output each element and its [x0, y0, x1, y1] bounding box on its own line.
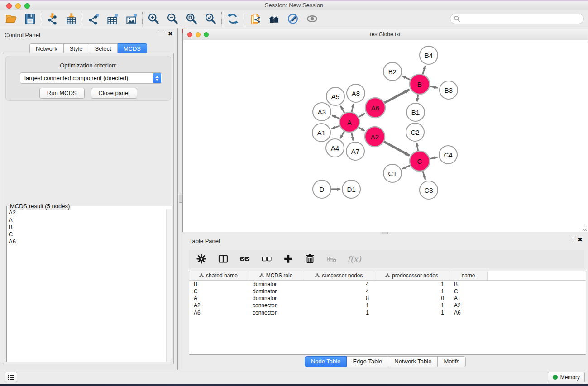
graph-edge-A-A4[interactable] — [340, 131, 344, 138]
mcds-result-list[interactable]: A2ABCA6 — [7, 209, 166, 362]
save-session-button[interactable] — [23, 12, 37, 26]
mcds-result-item[interactable]: B — [7, 224, 166, 231]
graph-node-A2[interactable]: A2 — [365, 127, 385, 147]
graph-edge-A2-C[interactable] — [384, 142, 409, 156]
mcds-result-item[interactable]: A — [7, 216, 166, 224]
graph-edge-A6-B[interactable] — [384, 90, 409, 103]
search-input[interactable] — [450, 14, 584, 24]
zoom-selected-button[interactable] — [203, 12, 218, 26]
graph-edge-B-B3[interactable] — [430, 86, 438, 88]
graph-node-C3[interactable]: C3 — [420, 181, 438, 199]
tab-node-table[interactable]: Node Table — [305, 356, 347, 367]
graph-node-A5[interactable]: A5 — [326, 87, 344, 105]
close-panel-button[interactable]: Close panel — [91, 88, 138, 99]
graph-edge-A-A2[interactable] — [359, 127, 364, 131]
column-header-predecessor-nodes[interactable]: predecessor nodes — [374, 271, 449, 280]
column-header-name[interactable]: name — [449, 271, 488, 280]
mcds-result-scrollbar[interactable] — [166, 209, 172, 362]
task-history-button[interactable] — [5, 372, 17, 382]
graph-node-A[interactable]: A — [339, 112, 359, 132]
float-panel-icon[interactable] — [159, 32, 163, 36]
table-row[interactable]: A2connector11A2 — [189, 302, 586, 309]
import-table-button[interactable] — [64, 12, 78, 26]
mcds-result-item[interactable]: C — [7, 231, 166, 238]
column-header-successor-nodes[interactable]: successor nodes — [304, 271, 374, 280]
graph-edge-B-B2[interactable] — [402, 76, 410, 80]
graph-edge-C-C1[interactable] — [402, 165, 410, 169]
panel-split-divider[interactable] — [177, 28, 178, 370]
add-column-button[interactable] — [282, 253, 295, 265]
graph-node-C2[interactable]: C2 — [406, 123, 424, 141]
import-network-button[interactable] — [45, 12, 59, 26]
delete-table-icon — [326, 253, 337, 264]
graph-edge-C-C3[interactable] — [423, 171, 425, 180]
graph-node-A6[interactable]: A6 — [365, 98, 385, 118]
graph-node-C1[interactable]: C1 — [383, 164, 402, 182]
graph-node-C[interactable]: C — [410, 151, 430, 171]
export-image-button[interactable] — [124, 12, 139, 26]
window-titlebar: Session: New Session — [0, 0, 588, 10]
graph-node-A8[interactable]: A8 — [347, 84, 365, 102]
column-header-shared-name[interactable]: shared name — [189, 271, 248, 280]
mcds-result-item[interactable]: A2 — [7, 209, 166, 216]
graph-node-B2[interactable]: B2 — [383, 62, 402, 81]
panel-split-grip[interactable] — [179, 195, 182, 203]
toggle-graphics-details-button[interactable] — [286, 12, 300, 26]
settings-button[interactable] — [195, 253, 208, 265]
graph-edge-A-A1[interactable] — [332, 126, 340, 129]
graph-edge-B-B1[interactable] — [417, 95, 418, 101]
zoom-in-button[interactable] — [146, 12, 161, 26]
run-mcds-button[interactable]: Run MCDS — [39, 88, 85, 99]
graph-node-D[interactable]: D — [313, 180, 331, 198]
graph-edge-A-A7[interactable] — [352, 133, 354, 141]
network-window-titlebar[interactable]: testGlobe.txt — [183, 29, 588, 40]
graph-edge-C-C2[interactable] — [417, 143, 418, 151]
graph-edge-A-A3[interactable] — [332, 115, 339, 118]
column-header-MCDS-role[interactable]: MCDS role — [248, 271, 304, 280]
graph-edge-A-A5[interactable] — [340, 106, 344, 113]
graph-edge-B-B4[interactable] — [423, 66, 425, 74]
toggle-panel-columns-button[interactable] — [217, 253, 229, 265]
graph-node-C4[interactable]: C4 — [439, 146, 457, 164]
graph-edge-A-A8[interactable] — [352, 104, 354, 112]
zoom-fit-button[interactable] — [184, 12, 199, 26]
table-row[interactable]: Bdominator41B — [189, 281, 586, 288]
close-table-panel-icon[interactable]: ✖ — [578, 238, 583, 242]
network-canvas[interactable]: B4B2BB3A5A8A6B1A3AA1C2A2A4A7C4CC1C3DD1 — [183, 40, 588, 232]
graph-node-A1[interactable]: A1 — [312, 124, 330, 142]
graph-node-B3[interactable]: B3 — [440, 81, 458, 99]
delete-column-button[interactable] — [304, 253, 316, 265]
graph-node-A3[interactable]: A3 — [313, 103, 331, 121]
zoom-out-button[interactable] — [165, 12, 180, 26]
graph-edge-C-C4[interactable] — [430, 157, 437, 159]
svg-text:B4: B4 — [425, 52, 433, 59]
graph-node-B1[interactable]: B1 — [406, 103, 425, 121]
graph-edge-A-A6[interactable] — [359, 114, 365, 117]
graph-node-B4[interactable]: B4 — [420, 46, 438, 64]
deselect-all-button[interactable] — [260, 253, 273, 265]
optimization-criterion-select[interactable]: largest connected component (directed) — [20, 72, 162, 84]
tab-network-table[interactable]: Network Table — [388, 356, 438, 367]
graph-node-B[interactable]: B — [410, 74, 430, 94]
tab-edge-table[interactable]: Edge Table — [347, 356, 388, 367]
memory-button[interactable]: Memory — [548, 372, 585, 382]
home-button[interactable] — [267, 12, 281, 26]
window-resize-grip[interactable] — [581, 225, 587, 231]
graph-node-A7[interactable]: A7 — [346, 142, 364, 160]
close-panel-icon[interactable]: ✖ — [168, 32, 173, 36]
select-all-button[interactable] — [239, 253, 251, 265]
export-table-button[interactable] — [105, 12, 120, 26]
tab-motifs[interactable]: Motifs — [438, 356, 466, 367]
graph-node-A4[interactable]: A4 — [326, 139, 344, 157]
graph-node-D1[interactable]: D1 — [342, 180, 360, 198]
float-table-panel-icon[interactable] — [569, 238, 573, 242]
refresh-view-button[interactable] — [225, 12, 240, 26]
clone-network-button[interactable] — [248, 12, 262, 26]
table-row[interactable]: A6connector11A6 — [189, 309, 586, 316]
table-row[interactable]: Cdominator41C — [189, 288, 586, 295]
open-session-button[interactable] — [4, 12, 18, 26]
export-network-button[interactable] — [86, 12, 100, 26]
show-hide-panels-button[interactable] — [305, 12, 319, 26]
table-row[interactable]: Adominator80A — [189, 295, 586, 302]
mcds-result-item[interactable]: A6 — [7, 238, 166, 245]
